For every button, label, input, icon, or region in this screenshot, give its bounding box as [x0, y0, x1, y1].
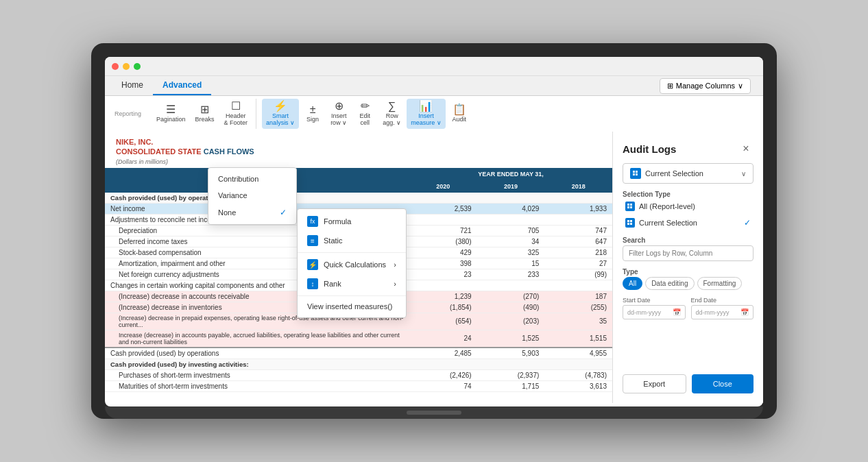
manage-columns-label: Manage Columns [676, 82, 735, 90]
pagination-button[interactable]: ☰ Pagination [152, 99, 190, 129]
submenu-quick-calculations[interactable]: ⚡ Quick Calculations › [298, 255, 406, 274]
insert-measure-submenu: fx Formula ≡ Static ⚡ Quick Calculations [297, 208, 407, 318]
edit-cell-button[interactable]: ✏ Editcell [352, 99, 377, 129]
spreadsheet-area: NIKE, INC. CONSOLIDATED STATE CASH FLOWS… [105, 132, 612, 403]
audit-header: Audit Logs × [623, 141, 754, 156]
laptop-frame: Home Advanced ⊞ Manage Columns ∨ Reporti… [91, 43, 777, 419]
submenu-divider-2 [298, 295, 406, 296]
audit-title: Audit Logs [623, 143, 676, 155]
end-date-field: End Date dd-mm-yyyy 📅 [691, 297, 754, 319]
smart-analysis-dropdown: Contribution Variance None ✓ [208, 167, 297, 225]
insert-row-button[interactable]: ⊕ Insertrow ∨ [326, 99, 351, 129]
current-selection-icon [630, 168, 641, 179]
end-date-placeholder: dd-mm-yyyy [696, 309, 730, 316]
date-filters: Start Date dd-mm-yyyy 📅 End Date dd-mm-y… [623, 297, 754, 319]
submenu-formula[interactable]: fx Formula [298, 212, 406, 231]
start-date-calendar-icon: 📅 [673, 308, 681, 316]
traffic-light-green[interactable] [134, 63, 141, 70]
table-row: Cash provided (used) by operations: [105, 193, 612, 204]
row-label: Cash provided (used) by operations [105, 348, 409, 359]
quick-calc-icon: ⚡ [307, 259, 318, 270]
view-measures-label: View inserted measures() [307, 302, 393, 311]
variance-label: Variance [218, 191, 248, 199]
tab-advanced[interactable]: Advanced [153, 76, 211, 95]
all-report-label: All (Report-level) [639, 202, 751, 210]
type-btn-formatting[interactable]: Formatting [697, 277, 743, 290]
submenu-view-measures[interactable]: View inserted measures() [298, 298, 406, 315]
formula-label: Formula [324, 217, 351, 226]
audit-close-icon-button[interactable]: × [738, 141, 754, 156]
traffic-light-yellow[interactable] [123, 63, 130, 70]
breaks-button[interactable]: ⊞ Breaks [191, 99, 219, 129]
option-all-report[interactable]: All (Report-level) [623, 199, 754, 213]
ribbon-toolbar: Reporting ☰ Pagination ⊞ Breaks ☐ Header… [105, 96, 763, 132]
row-label: Increase (decrease) in accounts payable,… [105, 330, 409, 348]
sign-icon: ± [310, 104, 316, 115]
pagination-icon: ☰ [166, 104, 176, 115]
start-date-input[interactable]: dd-mm-yyyy 📅 [623, 305, 686, 319]
svg-rect-3 [636, 173, 638, 175]
year-2019: 2019 [477, 180, 545, 193]
selection-type-section: Selection Type All (Report-level) [623, 191, 754, 230]
val-2020: 2,539 [409, 203, 477, 214]
dropdown-item-variance[interactable]: Variance [208, 187, 296, 204]
svg-rect-6 [627, 206, 629, 208]
company-name: NIKE, INC. CONSOLIDATED STATE CASH FLOWS [116, 137, 601, 157]
year-2020: 2020 [409, 180, 477, 193]
audit-button[interactable]: 📋 Audit [447, 99, 472, 129]
submenu-static[interactable]: ≡ Static [298, 231, 406, 250]
svg-rect-8 [627, 220, 629, 222]
end-date-label: End Date [691, 297, 754, 304]
search-input[interactable] [623, 245, 754, 261]
contribution-label: Contribution [218, 175, 258, 183]
quick-calc-label: Quick Calculations [324, 260, 386, 269]
submenu-rank[interactable]: ↕ Rank › [298, 274, 406, 293]
end-date-input[interactable]: dd-mm-yyyy 📅 [691, 305, 754, 319]
table-row: Maturities of short-term investments 74 … [105, 380, 612, 391]
breaks-icon: ⊞ [200, 104, 209, 115]
table-row: Purchases of short-term investments (2,4… [105, 369, 612, 380]
row-agg-label: Rowagg. ∨ [383, 113, 401, 127]
svg-rect-0 [633, 171, 635, 173]
sign-button[interactable]: ± Sign [300, 99, 325, 129]
type-btn-data-editing[interactable]: Data editing [645, 277, 694, 290]
current-selection-dropdown[interactable]: Current Selection ∨ [623, 163, 754, 184]
row-agg-button[interactable]: ∑ Rowagg. ∨ [378, 99, 405, 129]
dropdown-item-contribution[interactable]: Contribution [208, 171, 296, 187]
current-selection-chevron: ∨ [741, 170, 746, 178]
audit-footer: Export Close [623, 369, 754, 393]
insert-measure-icon: 📊 [419, 101, 433, 112]
current-sel-label: Current Selection [639, 219, 740, 227]
manage-columns-button[interactable]: ⊞ Manage Columns ∨ [660, 78, 751, 94]
insert-measure-button[interactable]: 📊 Insertmeasure ∨ [407, 99, 446, 129]
laptop-base [105, 406, 763, 419]
start-date-placeholder: dd-mm-yyyy [627, 309, 661, 316]
cash-flows-title: CASH FLOWS [204, 147, 254, 156]
tab-home[interactable]: Home [112, 76, 153, 95]
smart-analysis-button[interactable]: ⚡ Smartanalysis ∨ [262, 99, 299, 129]
type-btn-all[interactable]: All [623, 277, 642, 290]
selection-type-label: Selection Type [623, 191, 754, 198]
row-label: Maturities of short-term investments [105, 380, 409, 391]
close-action-button[interactable]: Close [692, 374, 754, 393]
option-current-selection[interactable]: Current Selection ✓ [623, 216, 754, 230]
traffic-light-red[interactable] [112, 63, 119, 70]
insert-row-icon: ⊕ [335, 101, 343, 112]
svg-rect-10 [627, 223, 629, 225]
smart-analysis-label: Smartanalysis ∨ [266, 113, 295, 127]
dropdown-item-none[interactable]: None ✓ [208, 204, 296, 221]
svg-rect-7 [630, 206, 632, 208]
export-button[interactable]: Export [623, 374, 686, 393]
main-area: NIKE, INC. CONSOLIDATED STATE CASH FLOWS… [105, 132, 763, 403]
type-label: Type [623, 268, 754, 276]
insert-measure-label: Insertmeasure ∨ [411, 113, 442, 127]
report-subtitle: (Dollars in millions) [116, 158, 601, 165]
table-row: Increase (decrease) in accounts payable,… [105, 330, 612, 348]
rank-icon: ↕ [307, 278, 318, 289]
header-footer-button[interactable]: ☐ Header& Footer [220, 99, 252, 129]
end-date-calendar-icon: 📅 [740, 308, 749, 316]
audit-icon: 📋 [453, 104, 466, 115]
table-row: Cash provided (used) by investing activi… [105, 358, 612, 369]
svg-rect-5 [630, 204, 632, 206]
rank-arrow: › [394, 280, 396, 288]
